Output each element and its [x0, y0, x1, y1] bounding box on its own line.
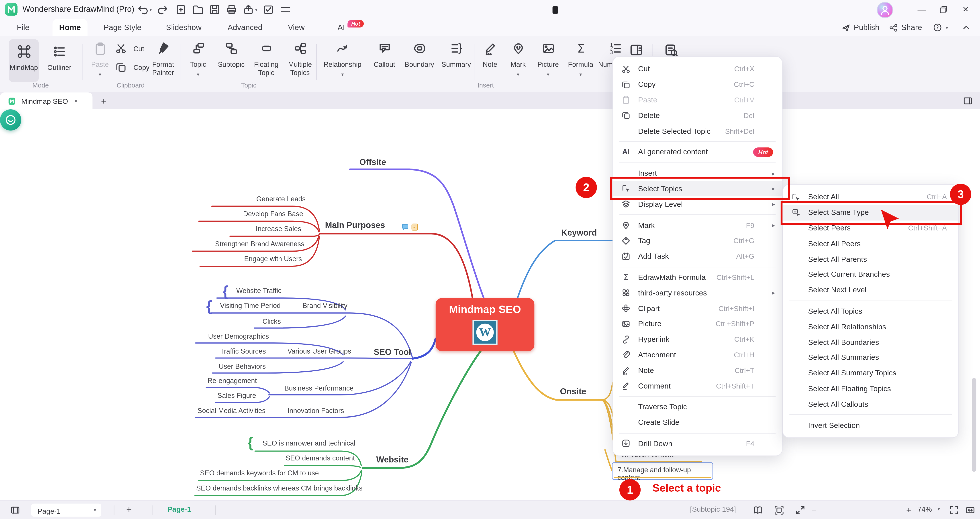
cut-button[interactable]: Cut — [115, 43, 144, 57]
print-icon[interactable] — [226, 4, 237, 16]
topic-website-traffic[interactable]: Website Traffic — [236, 287, 282, 294]
menu-item[interactable]: Select All Summaries — [783, 350, 958, 365]
zoom-caret-icon[interactable]: ▾ — [937, 503, 940, 515]
page-mode-icon[interactable] — [752, 505, 763, 516]
menu-item[interactable]: Cut Ctrl+X — [613, 61, 782, 77]
redo-icon[interactable] — [158, 4, 169, 16]
topic-button[interactable]: Topic ▾ — [185, 41, 212, 81]
note-indicator-icon[interactable] — [411, 222, 419, 230]
note-button[interactable]: Note — [477, 41, 503, 68]
menu-view[interactable]: View — [279, 19, 314, 36]
close-button[interactable]: × — [956, 0, 975, 19]
menu-item[interactable]: Delete Del — [613, 108, 782, 123]
topic-sales-figure[interactable]: Sales Figure — [218, 392, 256, 399]
menu-item[interactable]: Note Ctrl+T — [613, 363, 782, 378]
right-panel-toggle-icon[interactable] — [963, 95, 973, 106]
floating-topic-button[interactable]: Floating Topic — [251, 41, 282, 77]
menu-item[interactable]: Add Task Alt+G — [613, 249, 782, 264]
export-icon[interactable] — [243, 4, 255, 16]
zoom-out-button[interactable]: − — [811, 505, 816, 515]
menu-item[interactable]: Select All Callouts — [783, 396, 958, 412]
topic-user-behaviors[interactable]: User Behaviors — [219, 362, 266, 370]
callout-button[interactable]: Callout — [369, 41, 400, 68]
fullscreen-icon[interactable] — [949, 505, 959, 516]
menu-item[interactable]: Select All Boundaries — [783, 335, 958, 350]
task-edit-icon[interactable] — [262, 4, 274, 16]
zoom-level[interactable]: 74% — [917, 505, 932, 513]
page-panel-icon[interactable] — [10, 505, 21, 516]
menu-item[interactable]: Clipart Ctrl+Shift+I — [613, 301, 782, 316]
topic-keyword[interactable]: Keyword — [561, 228, 597, 237]
outliner-mode-button[interactable]: Outliner — [43, 40, 76, 82]
menu-item[interactable]: Create Slide — [613, 415, 782, 430]
topic-main-purposes[interactable]: Main Purposes — [325, 221, 385, 230]
topic-generate-leads[interactable]: Generate Leads — [256, 195, 305, 203]
topic-strengthen-brand-awareness[interactable]: Strengthen Brand Awareness — [215, 240, 304, 248]
menu-item[interactable]: Select All Summary Topics — [783, 365, 958, 381]
menu-advanced[interactable]: Advanced — [220, 19, 270, 36]
menu-item[interactable]: Drill Down F4 — [613, 436, 782, 451]
topic-re-engagement[interactable]: Re-engagement — [208, 377, 257, 384]
document-tab[interactable]: Mindmap SEO ● — [0, 92, 92, 110]
zoom-in-button[interactable]: + — [906, 505, 912, 515]
menu-item[interactable]: Copy Ctrl+C — [613, 77, 782, 92]
open-file-icon[interactable] — [192, 4, 204, 16]
menu-item[interactable]: Select All Topics — [783, 303, 958, 319]
export-caret-icon[interactable]: ▾ — [255, 4, 258, 16]
topic-increase-sales[interactable]: Increase Sales — [256, 225, 301, 232]
topic-clicks[interactable]: Clicks — [262, 317, 281, 325]
copy-button[interactable]: Copy — [115, 61, 150, 76]
publish-button[interactable]: Publish — [841, 19, 879, 36]
fit-page-icon[interactable] — [774, 505, 784, 516]
undo-icon[interactable] — [136, 4, 148, 16]
menu-item[interactable]: Mark F9 ▸ — [613, 217, 782, 233]
add-page-button[interactable]: + — [126, 504, 132, 515]
topic-engage-with-users[interactable]: Engage with Users — [244, 255, 302, 262]
central-topic[interactable]: Mindmap SEO W — [436, 298, 535, 351]
boundary-button[interactable]: Boundary — [401, 41, 438, 68]
menu-item[interactable]: Σ EdrawMath Formula Ctrl+Shift+L — [613, 270, 782, 285]
share-button[interactable]: Share — [889, 19, 922, 36]
menu-file[interactable]: File — [9, 19, 37, 36]
topic-various-user-groups[interactable]: Various User Groups — [288, 348, 351, 355]
menu-item[interactable]: Picture Ctrl+Shift+P — [613, 316, 782, 332]
new-document-icon[interactable] — [175, 4, 187, 16]
menu-item[interactable]: Select All Relationships — [783, 319, 958, 335]
mark-button[interactable]: Mark ▾ — [505, 41, 531, 81]
topic-business-performance[interactable]: Business Performance — [285, 384, 354, 392]
menu-item[interactable]: Delete Selected Topic Shift+Del — [613, 123, 782, 139]
page-tab[interactable]: Page-1 — [167, 505, 191, 513]
menu-item[interactable]: Select All Peers — [783, 236, 958, 251]
topic-develop-fans-base[interactable]: Develop Fans Base — [243, 210, 303, 217]
maximize-button[interactable] — [934, 0, 952, 19]
menu-slideshow[interactable]: Slideshow — [159, 19, 209, 36]
summary-button[interactable]: Summary — [439, 41, 474, 68]
topic-social-media-activities[interactable]: Social Media Activities — [197, 407, 266, 414]
more-tools-icon[interactable] — [279, 4, 291, 16]
menu-item[interactable]: Paste Ctrl+V — [613, 92, 782, 108]
topic-seo-tool[interactable]: SEO Tool — [374, 348, 411, 357]
vertical-scrollbar[interactable] — [972, 378, 977, 472]
save-icon[interactable] — [209, 4, 221, 16]
topic-visiting-time-period[interactable]: Visiting Time Period — [220, 302, 281, 309]
help-button[interactable]: ? ▾ — [932, 19, 948, 36]
menu-item[interactable]: Hyperlink Ctrl+K — [613, 332, 782, 347]
multiple-topics-button[interactable]: Multiple Topics — [285, 41, 316, 77]
style-panel-icon[interactable] — [629, 43, 644, 57]
topic-seo-demands-keywords[interactable]: SEO demands keywords for CM to use — [200, 469, 319, 477]
menu-item[interactable]: Select Current Branches — [783, 267, 958, 283]
topic-brand-visibility[interactable]: Brand Visibility — [302, 302, 347, 309]
relationship-button[interactable]: Relationship ▾ — [319, 41, 366, 81]
topic-seo-demands-backlinks[interactable]: SEO demands backlinks whereas CM brings … — [196, 484, 363, 492]
mindmap-mode-button[interactable]: MindMap — [9, 40, 39, 82]
topic-innovation-factors[interactable]: Innovation Factors — [288, 407, 344, 414]
format-painter-button[interactable]: Format Painter — [145, 41, 181, 77]
new-document-tab-button[interactable]: + — [96, 94, 111, 109]
comment-indicator-icon[interactable] — [401, 222, 409, 230]
formula-button[interactable]: Σ Formula ▾ — [565, 41, 596, 81]
topic-seo-demands-content[interactable]: SEO demands content — [286, 454, 355, 462]
fit-width-icon[interactable] — [965, 505, 976, 516]
undo-caret-icon[interactable]: ▾ — [150, 4, 152, 16]
find-replace-icon[interactable] — [664, 43, 679, 57]
expand-canvas-icon[interactable] — [795, 505, 806, 516]
